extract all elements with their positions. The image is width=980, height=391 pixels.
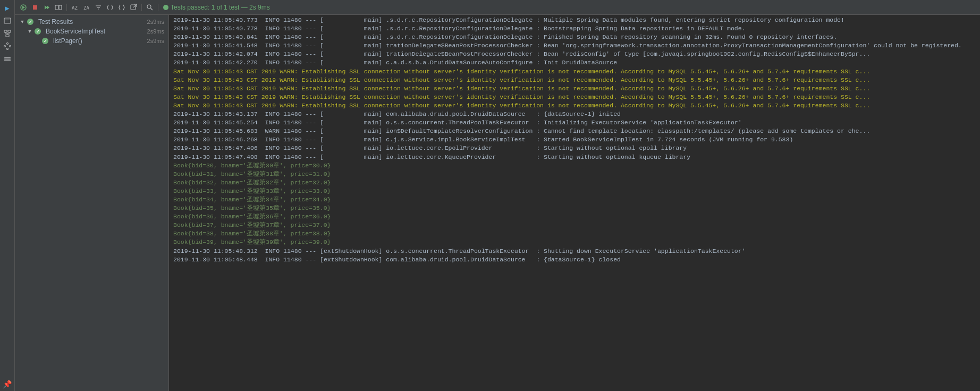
collapse-button[interactable] bbox=[116, 2, 127, 13]
console-output[interactable]: 2019-11-30 11:05:40.773 INFO 11480 --- [… bbox=[169, 15, 980, 391]
expand-arrow-class: ▼ bbox=[27, 28, 33, 35]
log-line-11: 2019-11-30 11:05:43.137 INFO 11480 --- [… bbox=[169, 110, 980, 118]
sort-duration-button[interactable]: ZA bbox=[81, 2, 92, 13]
svg-point-10 bbox=[6, 43, 8, 45]
rerun-failed-button[interactable] bbox=[41, 2, 52, 13]
tree-item-class[interactable]: ▼ BookServiceImplTest 2s9ms bbox=[15, 27, 168, 36]
sidebar: ▶ 📌 bbox=[0, 0, 15, 391]
filter-button[interactable] bbox=[93, 2, 104, 13]
svg-point-13 bbox=[6, 48, 8, 50]
toolbar: AZ ZA Tests passed: 1 of 1 test — 2s 9ms bbox=[15, 0, 980, 15]
log-line-5: 2019-11-30 11:05:42.270 INFO 11480 --- [… bbox=[169, 58, 980, 67]
log-line-27: 2019-11-30 11:05:48.312 INFO 11480 --- [… bbox=[169, 247, 980, 256]
svg-rect-18 bbox=[33, 5, 37, 10]
rerun-button[interactable] bbox=[18, 2, 29, 13]
svg-rect-5 bbox=[6, 35, 9, 37]
log-line-14: 2019-11-30 11:05:46.268 INFO 11480 --- [… bbox=[169, 135, 980, 144]
svg-rect-19 bbox=[55, 5, 58, 10]
log-line-25: Book{bid=38, bname='圣墟第38章', price=38.0} bbox=[169, 230, 980, 238]
log-line-8: Sat Nov 30 11:05:43 CST 2019 WARN: Estab… bbox=[169, 84, 980, 93]
sidebar-icon-pin[interactable]: 📌 bbox=[2, 378, 13, 390]
root-label: Test Results bbox=[38, 18, 73, 26]
search-button[interactable] bbox=[145, 2, 155, 13]
class-label: BookServiceImplTest bbox=[46, 28, 105, 35]
svg-rect-15 bbox=[4, 60, 11, 61]
log-line-20: Book{bid=33, bname='圣墟第33章', price=33.0} bbox=[169, 187, 980, 196]
root-status-icon bbox=[27, 18, 34, 26]
log-line-7: Sat Nov 30 11:05:43 CST 2019 WARN: Estab… bbox=[169, 76, 980, 84]
method-time: 2s9ms bbox=[147, 38, 164, 44]
expand-button[interactable] bbox=[105, 2, 115, 13]
test-tree: ▼ Test Results 2s9ms ▼ BookServiceImplTe… bbox=[15, 15, 168, 391]
status-indicator bbox=[163, 5, 168, 10]
toggle-button[interactable] bbox=[53, 2, 64, 13]
stop-button[interactable] bbox=[30, 2, 40, 13]
svg-rect-3 bbox=[4, 30, 7, 32]
log-line-15: 2019-11-30 11:05:47.406 INFO 11480 --- [… bbox=[169, 144, 980, 152]
log-line-9: Sat Nov 30 11:05:43 CST 2019 WARN: Estab… bbox=[169, 93, 980, 101]
svg-marker-17 bbox=[22, 6, 25, 9]
log-line-12: 2019-11-30 11:05:45.254 INFO 11480 --- [… bbox=[169, 118, 980, 127]
separator-2 bbox=[141, 4, 142, 11]
sidebar-icon-run[interactable]: ▶ bbox=[2, 2, 13, 14]
log-line-17: Book{bid=30, bname='圣墟第30章', price=30.0} bbox=[169, 162, 980, 170]
tree-item-method[interactable]: ▶ listPager() 2s9ms bbox=[15, 36, 168, 46]
svg-rect-14 bbox=[4, 57, 11, 58]
svg-text:ZA: ZA bbox=[83, 5, 89, 11]
log-line-4: 2019-11-30 11:05:42.074 INFO 11480 --- [… bbox=[169, 50, 980, 58]
log-line-10: Sat Nov 30 11:05:43 CST 2019 WARN: Estab… bbox=[169, 101, 980, 110]
log-line-16: 2019-11-30 11:05:47.408 INFO 11480 --- [… bbox=[169, 153, 980, 162]
svg-point-11 bbox=[4, 46, 5, 47]
log-line-23: Book{bid=36, bname='圣墟第36章', price=36.0} bbox=[169, 212, 980, 221]
tree-item-root[interactable]: ▼ Test Results 2s9ms bbox=[15, 17, 168, 27]
log-line-1: 2019-11-30 11:05:40.778 INFO 11480 --- [… bbox=[169, 24, 980, 33]
expand-arrow-root: ▼ bbox=[19, 19, 26, 25]
class-time: 2s9ms bbox=[147, 28, 164, 35]
log-line-28: 2019-11-30 11:05:48.448 INFO 11480 --- [… bbox=[169, 256, 980, 264]
log-line-0: 2019-11-30 11:05:40.773 INFO 11480 --- [… bbox=[169, 16, 980, 24]
sort-alpha-button[interactable]: AZ bbox=[70, 2, 80, 13]
log-line-19: Book{bid=32, bname='圣墟第32章', price=32.0} bbox=[169, 178, 980, 187]
log-line-3: 2019-11-30 11:05:41.548 INFO 11480 --- [… bbox=[169, 41, 980, 50]
root-time: 2s9ms bbox=[147, 19, 164, 25]
test-results-panel: ▼ Test Results 2s9ms ▼ BookServiceImplTe… bbox=[15, 15, 169, 391]
status-text: Tests passed: 1 of 1 test — 2s 9ms bbox=[171, 4, 270, 11]
svg-rect-26 bbox=[131, 5, 136, 10]
log-line-18: Book{bid=31, bname='圣墟第31章', price=31.0} bbox=[169, 170, 980, 178]
svg-point-12 bbox=[9, 46, 11, 47]
open-in-button[interactable] bbox=[128, 2, 139, 13]
test-status: Tests passed: 1 of 1 test — 2s 9ms bbox=[163, 4, 270, 11]
separator-3 bbox=[158, 4, 158, 11]
method-status-icon bbox=[41, 37, 49, 45]
log-line-21: Book{bid=34, bname='圣墟第34章', price=34.0} bbox=[169, 196, 980, 204]
sidebar-icon-structure[interactable] bbox=[2, 28, 13, 39]
main-content: AZ ZA Tests passed: 1 of 1 test — 2s 9ms bbox=[15, 0, 980, 391]
log-line-2: 2019-11-30 11:05:40.841 INFO 11480 --- [… bbox=[169, 33, 980, 41]
log-line-26: Book{bid=39, bname='圣墟第39章', price=39.0} bbox=[169, 238, 980, 246]
log-line-22: Book{bid=35, bname='圣墟第35章', price=35.0} bbox=[169, 204, 980, 212]
log-line-6: Sat Nov 30 11:05:43 CST 2019 WARN: Estab… bbox=[169, 67, 980, 76]
sidebar-icon-project[interactable] bbox=[2, 15, 13, 27]
sidebar-icon-build[interactable] bbox=[2, 53, 13, 65]
svg-rect-4 bbox=[8, 30, 11, 32]
sidebar-icon-git[interactable] bbox=[2, 40, 13, 52]
svg-rect-20 bbox=[59, 5, 62, 10]
svg-line-29 bbox=[151, 8, 153, 10]
method-label: listPager() bbox=[53, 37, 82, 45]
log-line-13: 2019-11-30 11:05:45.683 WARN 11480 --- [… bbox=[169, 127, 980, 135]
svg-rect-2 bbox=[5, 21, 9, 21]
svg-point-28 bbox=[147, 5, 151, 8]
separator-1 bbox=[66, 4, 67, 11]
log-line-24: Book{bid=37, bname='圣墟第37章', price=37.0} bbox=[169, 221, 980, 230]
svg-rect-1 bbox=[5, 20, 10, 20]
class-status-icon bbox=[34, 28, 41, 35]
content-area: ▼ Test Results 2s9ms ▼ BookServiceImplTe… bbox=[15, 15, 980, 391]
svg-text:AZ: AZ bbox=[72, 5, 78, 11]
